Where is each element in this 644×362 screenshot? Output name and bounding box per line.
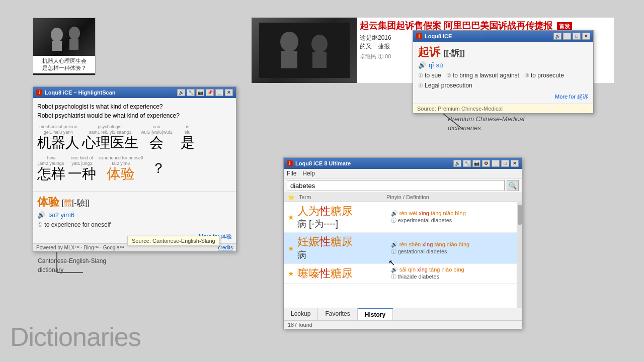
scrollbar-thumb[interactable] — [518, 205, 522, 225]
sound-icon-r2[interactable]: 🔊 — [391, 241, 398, 247]
ice8-main-window: i Loqu8 iCE 8 Ultimate 🔊 🔧 📷 ⚙ _ □ ✕ Fil… — [283, 157, 522, 329]
ice-small-brackets: [[-訴]] — [443, 49, 465, 57]
col-term: Term — [299, 194, 386, 201]
cantonese-label: Cantonese-English-Slang dictionary — [38, 256, 106, 275]
ice-small-more-link[interactable]: More for 起诉 — [418, 93, 588, 101]
ice8-close-btn[interactable]: ✕ — [511, 160, 519, 167]
tv-image: 机器人心理医生会 是怎样一种体验？ — [33, 18, 96, 75]
ice8-max-btn[interactable]: □ — [501, 160, 509, 167]
svg-rect-7 — [259, 23, 350, 78]
ice8-sound-btn[interactable]: 🔊 — [453, 160, 461, 167]
ice8-min-btn[interactable]: _ — [492, 160, 500, 167]
ice-small-title: Loqu8 iCE — [425, 33, 553, 39]
char-item-question: ？ — [146, 155, 171, 182]
svg-point-10 — [311, 35, 328, 53]
char-item-shi: issi6 是 — [175, 124, 200, 150]
source-tooltip-cantonese: Source: Cantonese-English-Slang — [127, 236, 220, 246]
tv-caption-line1: 机器人心理医生会 — [42, 58, 87, 64]
ice-small-entry-header: 起诉 [[-訴]] — [418, 45, 588, 60]
result-row-2[interactable]: ★ 妊娠性糖尿 病 🔊 rèn shēn xìng táng niào bìng — [284, 233, 522, 263]
highlight-titlebar: i Loqu8 iCE – HighlightScan 🔊 🔧 📷 📌 _ ✕ — [33, 87, 236, 98]
sound-icon-small[interactable]: 🔊 — [418, 61, 426, 69]
svg-point-5 — [69, 27, 80, 40]
sound-icon-r3[interactable]: 🔊 — [391, 266, 398, 273]
ice-small-controls[interactable]: 🔊 _ □ ✕ — [553, 33, 590, 40]
result-row-1[interactable]: ★ 人为性糖尿 病 [-为----] 🔊 rén wéi xìng táng n… — [284, 202, 522, 233]
menu-help[interactable]: Help — [302, 170, 315, 177]
ice8-cam-btn[interactable]: 📷 — [472, 160, 480, 167]
result-pinyin-1: 🔊 rén wéi xìng táng niào bìng — [391, 210, 518, 217]
result-chars-3: 噻嗪性糖尿 — [297, 267, 383, 280]
entry-sound-icon[interactable]: 🔊 — [37, 211, 45, 219]
star-icon-1[interactable]: ★ — [288, 213, 294, 221]
ice8-icon: i — [287, 160, 293, 166]
result-row-3[interactable]: ★ 噻嗪性糖尿 🔊 sāi qín xìng táng niào bìng ⓘ … — [284, 264, 522, 284]
tab-history[interactable]: History — [358, 308, 393, 320]
char-item-yizhong: one kind ofyat1 jung2 一种 — [68, 155, 96, 182]
info-icon-r2: ⓘ — [391, 248, 396, 254]
tv-image-visual — [33, 18, 95, 56]
ice8-opt-btn[interactable]: ⚙ — [482, 160, 490, 167]
highlight-min-btn[interactable]: _ — [215, 89, 223, 96]
search-input[interactable] — [287, 180, 505, 191]
ice-small-min-btn[interactable]: _ — [563, 33, 571, 40]
news-image — [252, 18, 357, 83]
ice-small-content: 起诉 [[-訴]] 🔊 qǐ sù ① to sue ② to bring a … — [413, 42, 593, 104]
highlight-sound-btn[interactable]: 🔊 — [177, 89, 185, 96]
ice8-toolbar: 🔍 — [284, 178, 522, 193]
result-chars-line2-1: 病 [-为----] — [297, 218, 383, 230]
ice8-results[interactable]: ★ 人为性糖尿 病 [-为----] 🔊 rén wéi xìng táng n… — [284, 202, 522, 308]
char-grid-row1: mechanical persongei1 hei3 yan4 机器人 psyc… — [37, 124, 232, 150]
ice-small-window: i Loqu8 iCE 🔊 _ □ ✕ 起诉 [[-訴]] 🔊 qǐ sù ① … — [413, 30, 594, 114]
credits-link[interactable]: credits — [218, 245, 233, 250]
ice8-titlebar: i Loqu8 iCE 8 Ultimate 🔊 🔧 📷 ⚙ _ □ ✕ — [284, 158, 522, 169]
svg-rect-6 — [69, 39, 78, 50]
ice8-controls[interactable]: 🔊 🔧 📷 ⚙ _ □ ✕ — [453, 160, 519, 167]
svg-rect-11 — [312, 52, 327, 68]
char-item-jiqiren: mechanical persongei1 hei3 yan4 机器人 — [37, 124, 79, 150]
highlight-controls[interactable]: 🔊 🔧 📷 📌 _ ✕ — [177, 89, 233, 96]
svg-point-3 — [51, 28, 63, 42]
highlight-text: Robot psychologist is what kind of exper… — [37, 102, 232, 120]
tv-caption: 机器人心理医生会 是怎样一种体验？ — [33, 56, 95, 73]
tab-lookup[interactable]: Lookup — [284, 308, 318, 320]
tab-favorites[interactable]: Favorites — [318, 308, 357, 320]
highlight-title: Loqu8 iCE – HighlightScan — [45, 89, 177, 96]
ice-small-close-btn[interactable]: ✕ — [582, 33, 590, 40]
highlight-pin-btn[interactable]: 📌 — [206, 89, 214, 96]
sound-icon-r1[interactable]: 🔊 — [391, 210, 398, 216]
char-grid-row2: howjam2 yeung6 怎样 one kind ofyat1 jung2 … — [37, 155, 232, 182]
menu-file[interactable]: File — [287, 170, 296, 177]
char-item-hui: canwui5 |wui6|wui2 会 — [141, 124, 173, 150]
ice-small-pinyin-row: 🔊 qǐ sù — [418, 61, 588, 69]
result-def-2: ⓘ gestational diabetes — [391, 248, 518, 255]
result-chars-line2-2: 病 — [297, 249, 383, 261]
tv-visual-svg — [39, 21, 90, 53]
highlight-cam-btn[interactable]: 📷 — [196, 89, 204, 96]
char-item-tiyan: experience for oneselftai2 yim6 体验 — [99, 155, 143, 182]
char-item-xinliyisheng: psychologistsam1 lei5 yi1 saang1 心理医生 — [82, 124, 138, 150]
svg-point-8 — [280, 32, 298, 52]
ice-small-sound-btn[interactable]: 🔊 — [553, 33, 561, 40]
ice8-title: Loqu8 iCE 8 Ultimate — [295, 160, 453, 166]
highlight-close-btn[interactable]: ✕ — [225, 89, 233, 96]
ice8-statusbar: 187 found — [284, 320, 522, 329]
highlight-content: Robot psychologist is what kind of exper… — [33, 98, 236, 191]
result-chars-1: 人为性糖尿 — [297, 205, 383, 218]
scrollbar-track[interactable] — [517, 202, 522, 308]
search-button[interactable]: 🔍 — [507, 180, 519, 191]
entry-brackets: [體[-驗]] — [61, 199, 89, 207]
highlight-tools-btn[interactable]: 🔧 — [187, 89, 195, 96]
ice-small-titlebar: i Loqu8 iCE 🔊 _ □ ✕ — [413, 31, 593, 42]
ice-small-icon: i — [416, 33, 422, 39]
col-def: Pinyin / Definition — [386, 194, 518, 201]
page-title: Dictionaries — [10, 322, 141, 352]
result-chars-2: 妊娠性糖尿 — [297, 235, 383, 248]
ice8-tools-btn[interactable]: 🔧 — [463, 160, 471, 167]
char-item-zenyang: howjam2 yeung6 怎样 — [37, 155, 65, 182]
star-icon-2[interactable]: ★ — [288, 244, 294, 252]
highlight-icon: i — [36, 89, 42, 96]
news-badge: 首发 — [557, 22, 572, 30]
ice-small-max-btn[interactable]: □ — [573, 33, 581, 40]
star-icon-3[interactable]: ★ — [288, 269, 294, 278]
